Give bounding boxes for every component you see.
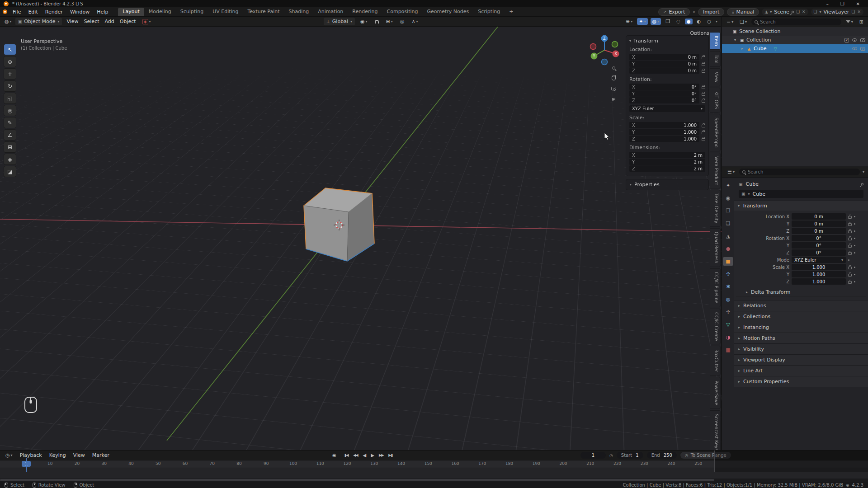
sidebar-tab-quad-remesh[interactable]: Quad Remesh: [710, 228, 721, 267]
select-box-tool[interactable]: ↖: [4, 44, 16, 55]
lock-icon[interactable]: [702, 56, 705, 59]
outliner-search-input[interactable]: Search: [751, 19, 841, 25]
play-reverse-button[interactable]: ◀: [361, 452, 368, 459]
addon-tool-2[interactable]: ◪: [4, 166, 16, 177]
remove-viewlayer-icon[interactable]: ✕: [857, 9, 861, 14]
lock-icon[interactable]: [702, 138, 705, 141]
menu-render[interactable]: Render: [42, 8, 66, 16]
mode-dropdown[interactable]: XYZ Euler▾: [792, 257, 846, 263]
value-field[interactable]: 0°: [792, 249, 846, 256]
modifiers-tab[interactable]: ✣: [723, 270, 733, 278]
shading-rendered-button[interactable]: ○: [705, 19, 713, 24]
sidebar-tab-view[interactable]: View: [710, 68, 721, 86]
menu-edit[interactable]: Edit: [24, 8, 41, 16]
outliner-row-collection[interactable]: ▾▣Collection✓: [722, 36, 868, 44]
value-field[interactable]: 0 m: [792, 228, 846, 234]
sidebar-tab-cc-ic-create[interactable]: CC/iC Create: [710, 309, 721, 345]
sidebar-tab-powersave[interactable]: PowerSave: [710, 377, 721, 409]
value-field[interactable]: 1.000: [792, 278, 846, 285]
shading-dropdown-icon[interactable]: ▾: [716, 19, 717, 23]
value-field[interactable]: 0°: [792, 242, 846, 249]
timeline-editor-type-button[interactable]: ◷▾: [4, 452, 14, 459]
minimize-button[interactable]: –: [826, 1, 829, 6]
timeline-menu-keying[interactable]: Keying: [46, 451, 70, 459]
camera-icon[interactable]: [860, 38, 865, 42]
animate-dot[interactable]: [854, 267, 855, 268]
auto-keying-button[interactable]: ◉: [330, 452, 338, 459]
view-layer-tab[interactable]: ❏: [723, 219, 733, 228]
animate-dot[interactable]: [854, 274, 855, 275]
output-tab[interactable]: ❐: [723, 206, 733, 215]
lock-icon[interactable]: [848, 245, 852, 248]
checkbox-icon[interactable]: ✓: [844, 38, 849, 42]
lock-icon[interactable]: [848, 223, 852, 226]
sidebar-tab-tool[interactable]: Tool: [710, 51, 721, 67]
lock-icon[interactable]: [848, 281, 852, 284]
object-tab[interactable]: ■: [723, 257, 733, 266]
next-keyframe-button[interactable]: ▶▶: [377, 452, 385, 458]
sidebar-tab-cc-ic-pipeline[interactable]: CC/iC Pipeline: [710, 268, 721, 307]
rotate-tool[interactable]: ↻: [4, 80, 16, 92]
proportional-edit-button[interactable]: ◎: [398, 18, 406, 25]
viewport-canvas[interactable]: Z X Y User Perspective (1) Collection | …: [0, 27, 722, 450]
workspace-tab-layout[interactable]: Layout: [118, 8, 144, 16]
outliner-editor-type-button[interactable]: ≡▾: [725, 19, 735, 25]
sidebar-tab-screencast-keys[interactable]: Screencast Keys: [710, 410, 721, 450]
rot-x-field[interactable]: X0°: [629, 84, 699, 90]
lock-icon[interactable]: [702, 125, 705, 127]
animate-dot[interactable]: [854, 216, 855, 217]
measure-tool[interactable]: ∠: [4, 129, 16, 141]
delta-transform-section[interactable]: ▸Delta Transform: [736, 287, 866, 296]
annotate-tool[interactable]: ✎: [4, 117, 16, 128]
outliner-display-mode-button[interactable]: ❏▾: [738, 19, 749, 25]
outliner-filter-button[interactable]: ▾: [844, 19, 855, 24]
pan-icon[interactable]: [612, 76, 616, 80]
rot-z-field[interactable]: Z0°: [629, 97, 699, 103]
section-line-art[interactable]: ▸Line Art: [734, 365, 868, 376]
export-button[interactable]: ↗Export: [658, 8, 690, 16]
lock-icon[interactable]: [702, 100, 705, 103]
sidebar-tab-speedretopo[interactable]: SpeedRetopo: [710, 114, 721, 151]
loc-z-field[interactable]: Z0 m: [629, 67, 699, 74]
animate-dot[interactable]: [854, 223, 855, 225]
timeline-menu-marker[interactable]: Marker: [89, 451, 113, 459]
camera-view-icon[interactable]: [611, 87, 616, 90]
workspace-tab-compositing[interactable]: Compositing: [382, 8, 423, 16]
animate-dot[interactable]: [854, 230, 855, 232]
prev-keyframe-button[interactable]: ◀◀: [351, 452, 359, 458]
shading-material-button[interactable]: ◐: [695, 19, 703, 24]
cursor-tool[interactable]: ⊕: [4, 56, 16, 67]
section-motion-paths[interactable]: ▸Motion Paths: [734, 333, 868, 343]
timeline-menu-view[interactable]: View: [70, 451, 89, 459]
zoom-icon[interactable]: [612, 66, 615, 70]
show-overlays-button[interactable]: ✦▾: [637, 18, 647, 25]
dim-z-field[interactable]: Z2 m: [629, 165, 705, 172]
snap-settings-button[interactable]: ⊞▾: [384, 18, 395, 25]
viewport-menu-view[interactable]: View: [64, 18, 81, 25]
section-custom-properties[interactable]: ▸Custom Properties: [734, 376, 868, 387]
unlink-icon[interactable]: ✕: [802, 9, 806, 14]
timeline-menu-playback[interactable]: Playback: [16, 451, 46, 459]
sidebar-tab-item[interactable]: Item: [710, 32, 721, 50]
jump-to-start-button[interactable]: ▮◀: [343, 452, 350, 458]
import-button[interactable]: Import: [698, 8, 725, 16]
tool-tab[interactable]: ✦: [723, 181, 733, 190]
new-collection-button[interactable]: ⊞: [858, 19, 865, 25]
orientation-dropdown[interactable]: ⊥Global▾: [324, 18, 355, 25]
scene-tab[interactable]: ◮: [723, 232, 733, 240]
lock-icon[interactable]: [702, 86, 705, 89]
transform-panel-header[interactable]: ▾Transform: [629, 38, 705, 44]
pin-icon[interactable]: [791, 10, 794, 13]
world-tab[interactable]: ●: [723, 244, 733, 253]
loc-x-field[interactable]: X0 m: [629, 54, 699, 60]
animate-dot[interactable]: [848, 259, 849, 261]
jump-to-end-button[interactable]: ▶▮: [387, 452, 394, 458]
mode-dropdown[interactable]: ▣Object Mode▾: [15, 18, 62, 25]
viewport-menu-select[interactable]: Select: [81, 18, 102, 25]
section-relations[interactable]: ▸Relations: [734, 300, 868, 311]
sidebar-tab-boxcutter[interactable]: BoxCutter: [710, 346, 721, 375]
move-tool[interactable]: +: [4, 68, 16, 80]
scale-y-field[interactable]: Y1.000: [629, 129, 699, 135]
scale-x-field[interactable]: X1.000: [629, 122, 699, 128]
viewlayer-selector[interactable]: ❏▾ ViewLayer ❏ ✕: [811, 9, 864, 15]
